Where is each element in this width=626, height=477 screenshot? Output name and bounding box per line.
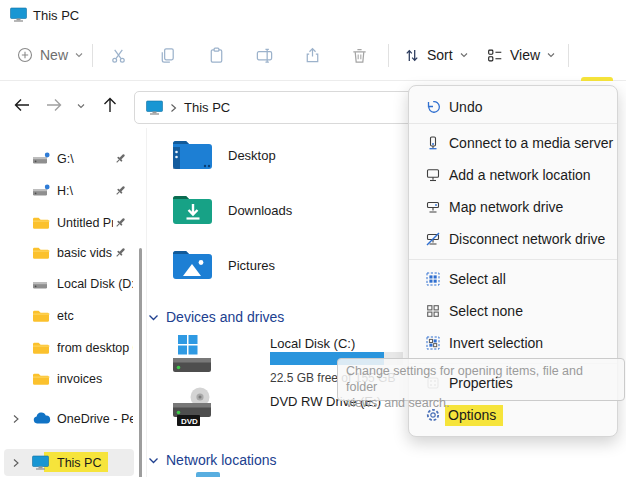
folder-icon [32,309,50,323]
folder-icon [32,372,50,386]
pictures-folder-icon [172,248,214,282]
section-network-locations[interactable]: Network locations [148,452,277,468]
section-devices-and-drives[interactable]: Devices and drives [148,309,284,325]
delete-button[interactable] [350,30,369,80]
menu-item-add-network-location[interactable]: Add a network location [409,159,617,191]
folder-icon [32,216,50,230]
sidebar-item-label: Untitled Proj [57,216,113,230]
sidebar-item-label: from desktop 0 [57,341,133,355]
window-title: This PC [33,8,79,23]
sidebar-item-this-pc[interactable]: This PC [0,449,134,476]
pin-icon [114,246,127,259]
menu-item-invert-selection[interactable]: Invert selection [409,327,617,359]
sidebar-item-etc[interactable]: etc [0,302,134,329]
menu-item-label: Invert selection [449,335,543,351]
onedrive-cloud-icon [32,412,51,425]
sidebar-item-onedrive[interactable]: OneDrive - Personal [0,405,134,432]
network-drive-disconnect-icon [425,231,441,247]
pin-icon [114,184,127,197]
menu-item-label: Disconnect network drive [449,231,605,247]
sidebar-item-label: Local Disk (D:) [57,277,133,291]
window-titlebar: This PC [0,0,626,30]
chevron-down-icon [546,51,556,59]
chevron-down-icon [459,51,469,59]
file-pictures[interactable]: Pictures [172,248,275,282]
menu-item-label: Connect to a media server [449,135,613,151]
menu-item-label: Undo [449,99,482,115]
menu-item-label: Add a network location [449,167,591,183]
file-explorer-window: This PC New [0,0,626,477]
pin-icon [114,152,127,165]
paste-button[interactable] [207,30,226,80]
view-icon [486,46,504,65]
toolbar-separator [388,44,389,67]
folder-icon [32,341,50,355]
rename-button[interactable] [255,30,274,80]
section-title: Network locations [166,452,277,468]
menu-separator [409,123,617,124]
sidebar-item-g-drive[interactable]: G:\ [0,145,134,172]
new-label: New [40,47,68,63]
new-button[interactable]: New [16,30,84,80]
sidebar-item-label: OneDrive - Personal [57,412,133,426]
dvd-drive-icon: DVD [172,386,214,428]
breadcrumb-chevron-icon [170,103,177,113]
expander-chevron-icon[interactable] [12,458,20,468]
sidebar-item-invoices[interactable]: invoices [0,365,134,392]
drive-dvd-rw-e[interactable]: DVD [172,386,214,428]
forward-button[interactable] [44,97,64,113]
desktop-folder-icon [172,138,214,172]
menu-separator [409,259,617,260]
sidebar-item-local-disk-d[interactable]: Local Disk (D:) [0,270,134,297]
menu-item-connect-media-server[interactable]: Connect to a media server [409,127,617,159]
menu-item-disconnect-network-drive[interactable]: Disconnect network drive [409,223,617,255]
folder-icon [32,246,50,260]
sidebar-item-from-desktop-0[interactable]: from desktop 0 [0,334,134,361]
tooltip-text-line2: views, and search. [346,395,616,411]
recent-locations-button[interactable] [76,102,86,110]
cutoff-network-item-icon [196,472,220,477]
select-all-icon [425,271,441,287]
sort-button[interactable]: Sort [403,30,469,80]
menu-item-label: Select all [449,271,506,287]
chevron-down-icon [74,51,84,59]
up-button[interactable] [100,96,120,114]
invert-selection-icon [425,335,441,351]
breadcrumb-item[interactable]: This PC [184,100,230,115]
share-button[interactable] [303,30,322,80]
menu-item-map-network-drive[interactable]: Map network drive [409,191,617,223]
this-pc-monitor-icon [32,455,49,471]
expander-chevron-icon[interactable] [12,414,20,424]
local-disk-icon [172,334,212,376]
back-button[interactable] [12,97,32,113]
file-downloads[interactable]: Downloads [172,193,292,227]
sidebar-item-label: This PC [57,456,133,470]
drive-local-disk-c[interactable] [172,334,212,376]
menu-item-select-all[interactable]: Select all [409,263,617,295]
drive-icon [32,277,50,291]
media-server-icon [425,135,441,151]
menu-item-select-none[interactable]: Select none [409,295,617,327]
menu-item-label: Properties [449,375,513,391]
view-label: View [510,47,540,63]
sidebar-scrollbar[interactable] [139,248,142,477]
view-button[interactable]: View [486,30,556,80]
navigation-pane: G:\ H:\ Untitled Proj [0,128,146,477]
sidebar-item-untitled-proj[interactable]: Untitled Proj [0,209,134,236]
breadcrumb-monitor-icon [146,100,163,116]
scissors-icon [109,46,128,65]
trash-icon [350,46,369,65]
file-desktop[interactable]: Desktop [172,138,276,172]
undo-icon [425,99,441,115]
file-label: Desktop [228,148,276,163]
copy-button[interactable] [158,30,177,80]
sidebar-item-h-drive[interactable]: H:\ [0,177,134,204]
drive-name[interactable]: Local Disk (C:) [270,336,355,351]
cut-button[interactable] [109,30,128,80]
sidebar-item-basic-vids[interactable]: basic vids [0,239,134,266]
section-title: Devices and drives [166,309,284,325]
menu-item-undo[interactable]: Undo [409,91,617,123]
section-chevron-icon [148,456,159,465]
network-drive-icon [425,199,441,215]
plus-circle-icon [16,46,34,64]
